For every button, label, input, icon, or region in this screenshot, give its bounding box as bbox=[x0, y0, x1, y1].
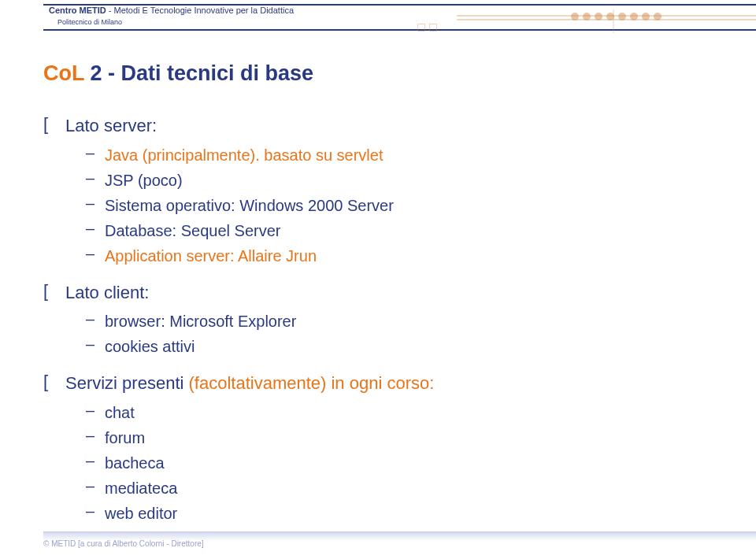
sub-bullet: – Application server: Allaire Jrun bbox=[86, 245, 724, 267]
bullet-lato-client: [ Lato client: bbox=[43, 281, 724, 305]
slide-title: CoL 2 - Dati tecnici di base bbox=[43, 61, 724, 86]
slide-title-rest: 2 - Dati tecnici di base bbox=[84, 61, 313, 85]
dash-icon: – bbox=[86, 194, 105, 213]
sub-bullet-text: web editor bbox=[105, 502, 177, 524]
bullet-label: Lato server: bbox=[65, 114, 157, 138]
dash-icon: – bbox=[86, 427, 105, 445]
bullet-label: Servizi presenti (facoltativamente) in o… bbox=[65, 372, 434, 395]
bullet-marker-icon: [ bbox=[43, 114, 65, 135]
header-bar: Centro METID - Metodi E Tecnologie Innov… bbox=[43, 4, 756, 34]
sub-bullet-text: Database: Sequel Server bbox=[105, 220, 280, 242]
dash-icon: – bbox=[86, 144, 105, 162]
dash-icon: – bbox=[86, 169, 105, 187]
sub-bullet-text: JSP (poco) bbox=[105, 169, 183, 191]
sub-bullet-text: Application server: Allaire Jrun bbox=[105, 245, 317, 267]
sub-bullet-text: Sistema operativo: Windows 2000 Server bbox=[105, 194, 394, 217]
sub-bullet-text: mediateca bbox=[105, 477, 177, 499]
sub-bullet: – Database: Sequel Server bbox=[86, 220, 724, 242]
header-title-rest: - Metodi E Tecnologie Innovative per la … bbox=[106, 6, 294, 15]
deco-vertical-icon bbox=[613, 9, 614, 33]
slide-content: CoL 2 - Dati tecnici di base [ Lato serv… bbox=[43, 47, 724, 528]
dash-icon: – bbox=[86, 477, 105, 495]
sub-bullet-text: browser: Microsoft Explorer bbox=[105, 310, 296, 332]
bullet-label-accent: (facoltativamente) in ogni corso: bbox=[189, 373, 435, 393]
sub-bullet: – forum bbox=[86, 427, 724, 449]
sub-bullet: – Sistema operativo: Windows 2000 Server bbox=[86, 194, 724, 217]
sub-bullet-text: chat bbox=[105, 402, 135, 424]
dash-icon: – bbox=[86, 452, 105, 470]
dash-icon: – bbox=[86, 220, 105, 238]
sub-bullet: – bacheca bbox=[86, 452, 724, 474]
sub-bullet: – web editor bbox=[86, 502, 724, 524]
sub-bullet: – chat bbox=[86, 402, 724, 424]
dash-icon: – bbox=[86, 502, 105, 520]
sub-bullet-text: Java (principalmente). basato su servlet bbox=[105, 144, 384, 166]
footer: © METID [a cura di Alberto Colorni - Dir… bbox=[43, 535, 756, 548]
bullet-marker-icon: [ bbox=[43, 372, 65, 392]
sub-bullet-text: forum bbox=[105, 427, 145, 449]
deco-square-icon bbox=[417, 24, 425, 31]
deco-lines-icon bbox=[457, 15, 756, 21]
slide-title-highlight: CoL bbox=[43, 61, 84, 85]
header-line-bottom bbox=[43, 29, 756, 31]
bullet-lato-server: [ Lato server: bbox=[43, 114, 724, 138]
dash-icon: – bbox=[86, 335, 105, 354]
header-title: Centro METID - Metodi E Tecnologie Innov… bbox=[49, 4, 294, 17]
footer-line bbox=[43, 531, 756, 541]
bullet-label-main: Servizi presenti bbox=[65, 373, 189, 393]
sub-bullet: – browser: Microsoft Explorer bbox=[86, 310, 724, 332]
dash-icon: – bbox=[86, 310, 105, 328]
sub-bullet: – JSP (poco) bbox=[86, 169, 724, 191]
sub-bullet: – Java (principalmente). basato su servl… bbox=[86, 144, 724, 166]
dash-icon: – bbox=[86, 402, 105, 420]
bullet-servizi: [ Servizi presenti (facoltativamente) in… bbox=[43, 372, 724, 395]
sub-bullet: – cookies attivi bbox=[86, 335, 724, 357]
sub-bullet-text: bacheca bbox=[105, 452, 165, 474]
bullet-marker-icon: [ bbox=[43, 281, 65, 302]
deco-square-icon bbox=[429, 24, 437, 31]
sub-bullet-text: cookies attivi bbox=[105, 335, 195, 357]
bullet-label: Lato client: bbox=[65, 281, 149, 305]
sub-bullet: – mediateca bbox=[86, 477, 724, 499]
header-title-bold: Centro METID bbox=[49, 6, 106, 15]
header-subtitle: Politecnico di Milano bbox=[57, 18, 122, 26]
dash-icon: – bbox=[86, 245, 105, 263]
